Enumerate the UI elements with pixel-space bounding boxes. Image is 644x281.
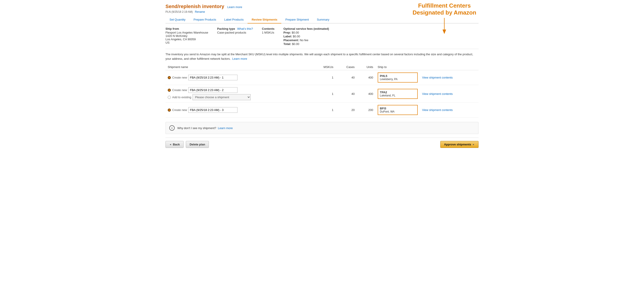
row1-view-link[interactable]: View shipment contents — [422, 76, 453, 79]
row1-control: Create new — [166, 70, 312, 85]
row1-create-new-label: Create new — [172, 76, 187, 79]
row2-shipment-dropdown[interactable]: Please choose a shipment — [192, 94, 251, 100]
row3-name-input[interactable] — [188, 107, 238, 113]
info-note: i Why don't I see my shipment? Learn mor… — [166, 122, 478, 134]
row2-units: 400 — [357, 85, 376, 103]
tab-prepare-shipment[interactable]: Prepare Shipment — [281, 16, 313, 24]
row3-create-new-label: Create new — [172, 108, 187, 112]
row1-view-link-cell: View shipment contents — [420, 70, 478, 85]
learn-more-link[interactable]: Learn more — [227, 5, 242, 9]
shipments-table: Shipment name MSKUs Cases Units Ship to … — [166, 64, 478, 117]
row1-mskus: 1 — [312, 70, 336, 85]
row3-ship-to-loc: DuPont, WA — [380, 110, 416, 113]
fee-total: Total: $0.00 — [284, 42, 329, 46]
row2-ship-to: TPA2 Lakeland, FL — [376, 85, 420, 103]
fees-group: Optional service fees (estimated) Prep: … — [284, 27, 329, 46]
contents-label: Contents — [262, 27, 274, 31]
fc-annotation: Fulfillment Centers Designated by Amazon — [412, 2, 476, 36]
tab-set-quantity[interactable]: Set Quantity — [166, 16, 190, 24]
row2-ship-to-code: TPA2 — [380, 91, 416, 94]
col-shipment-name: Shipment name — [166, 64, 312, 70]
table-row: Create new 1 40 400 PHL5 Lewisberry, PA … — [166, 70, 478, 85]
ship-from-label: Ship from — [166, 27, 208, 31]
row2-create-new-radio[interactable] — [168, 89, 171, 92]
fee-prep: Prep: $0.00 — [284, 31, 329, 34]
row1-name-input[interactable] — [188, 75, 238, 80]
col-units: Units — [357, 64, 376, 70]
row3-view-link-cell: View shipment contents — [420, 103, 478, 117]
table-row: Create new Add to existing Please choose… — [166, 85, 478, 103]
fee-placement: Placement: No fee — [284, 39, 329, 42]
table-row: Create new 1 20 200 BFI3 DuPont, WA View… — [166, 103, 478, 117]
fee-label: Label: $0.00 — [284, 35, 329, 38]
row2-add-existing-label: Add to existing — [172, 96, 191, 99]
row2-create-new-label: Create new — [172, 88, 187, 92]
row1-ship-to-loc: Lewisberry, PA — [380, 78, 416, 81]
row2-control: Create new Add to existing Please choose… — [166, 85, 312, 103]
svg-marker-1 — [442, 30, 446, 34]
tab-label-products[interactable]: Label Products — [220, 16, 248, 24]
row2-mskus: 1 — [312, 85, 336, 103]
row3-cases: 20 — [336, 103, 357, 117]
back-button[interactable]: Back — [166, 141, 184, 148]
packing-type-value: Case-packed products — [217, 31, 253, 34]
row2-cases: 40 — [336, 85, 357, 103]
whats-this-link[interactable]: What's this? — [237, 27, 253, 31]
col-mskus: MSKUs — [312, 64, 336, 70]
page-title: Send/replenish inventory — [166, 4, 224, 9]
bottom-actions: Back Delete plan Approve shipments — [166, 141, 478, 148]
row2-view-link[interactable]: View shipment contents — [422, 92, 453, 96]
row1-cases: 40 — [336, 70, 357, 85]
row3-mskus: 1 — [312, 103, 336, 117]
fees-label: Optional service fees (estimated) — [284, 27, 329, 31]
tab-review-shipments[interactable]: Review Shipments — [248, 16, 281, 24]
ship-from-value: Flexport Los Angeles Warehouse1420 N McK… — [166, 31, 208, 44]
left-actions: Back Delete plan — [166, 141, 209, 148]
info-paragraph: The inventory you send to Amazon may be … — [166, 52, 478, 61]
tab-summary[interactable]: Summary — [313, 16, 334, 24]
col-actions — [420, 64, 478, 70]
info-note-text: Why don't I see my shipment? Learn more — [177, 126, 233, 130]
row3-units: 200 — [357, 103, 376, 117]
row3-control: Create new — [166, 103, 312, 117]
row2-ship-to-loc: Lakeland, FL — [380, 94, 416, 97]
row1-create-new-radio[interactable] — [168, 76, 171, 79]
row1-units: 400 — [357, 70, 376, 85]
packing-type-group: Packing type What's this? Case-packed pr… — [217, 27, 253, 46]
contents-group: Contents 1 MSKUs — [262, 27, 274, 46]
contents-value: 1 MSKUs — [262, 31, 274, 34]
row1-ship-to-code: PHL5 — [380, 74, 416, 78]
row3-ship-to: BFI3 DuPont, WA — [376, 103, 420, 117]
info-learn-more-link[interactable]: Learn more — [232, 57, 247, 60]
tab-prepare-products[interactable]: Prepare Products — [190, 16, 220, 24]
row2-name-input[interactable] — [188, 87, 238, 93]
row2-add-existing-radio[interactable] — [168, 96, 171, 99]
fc-annotation-title: Fulfillment Centers Designated by Amazon — [412, 2, 476, 16]
ship-from-group: Ship from Flexport Los Angeles Warehouse… — [166, 27, 208, 46]
info-note-learn-more[interactable]: Learn more — [218, 126, 232, 130]
row2-view-link-cell: View shipment contents — [420, 85, 478, 103]
row1-ship-to: PHL5 Lewisberry, PA — [376, 70, 420, 85]
approve-shipments-button[interactable]: Approve shipments — [440, 141, 478, 148]
delete-plan-button[interactable]: Delete plan — [186, 141, 209, 148]
col-ship-to: Ship to — [376, 64, 420, 70]
col-cases: Cases — [336, 64, 357, 70]
row3-ship-to-code: BFI3 — [380, 107, 416, 110]
rename-link[interactable]: Rename — [195, 10, 205, 14]
info-icon: i — [169, 125, 175, 131]
row3-view-link[interactable]: View shipment contents — [422, 108, 453, 112]
packing-type-label: Packing type What's this? — [217, 27, 253, 31]
row3-create-new-radio[interactable] — [168, 109, 171, 112]
